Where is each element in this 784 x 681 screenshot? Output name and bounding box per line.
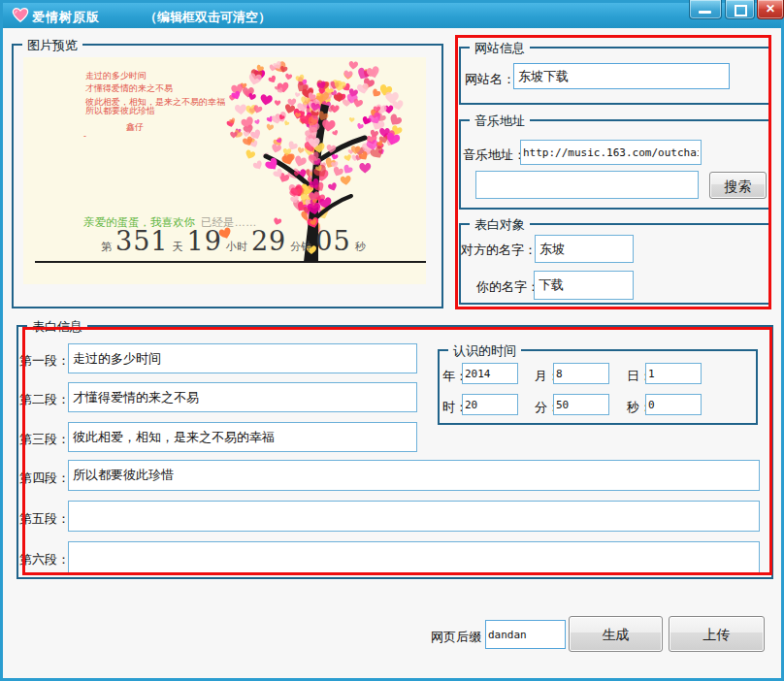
paragraph-4-label: 第四段： [19, 470, 70, 487]
paragraph-5-input[interactable] [68, 501, 760, 532]
paragraph-6-input[interactable] [68, 541, 760, 573]
image-preview-group-label: 图片预览 [22, 37, 82, 54]
paragraph-3-label: 第三段： [19, 431, 70, 448]
year-input[interactable] [462, 363, 518, 384]
site-name-input[interactable] [513, 63, 730, 89]
preview-poem-line-4: 所以都要彼此珍惜 [85, 106, 155, 115]
other-name-input[interactable] [535, 235, 634, 263]
counter-seconds: 05 [315, 226, 350, 256]
paragraph-2-label: 第二段： [19, 391, 70, 408]
counter-days-unit: 天 [173, 241, 183, 252]
minute-input[interactable] [553, 394, 609, 415]
counter-minutes: 29 [251, 226, 286, 256]
window-title: 爱情树原版 [32, 9, 100, 26]
paragraph-5-label: 第五段： [19, 510, 70, 528]
close-button[interactable]: ✕ [757, 0, 784, 19]
paragraph-3-input[interactable] [68, 422, 417, 452]
preview-poem-line-1: 走过的多少时间 [85, 71, 147, 81]
paragraph-4-input[interactable] [68, 460, 760, 491]
title-bar: 爱情树原版 （编辑框双击可清空） ✕ [3, 3, 781, 28]
minimize-button[interactable] [689, 0, 722, 19]
paragraph-1-label: 第一段： [19, 352, 70, 370]
image-preview-group: 图片预览 走过的多少时间 才懂得爱情的来之不易 彼此相爱，相知，是来之不易的幸福… [12, 44, 443, 308]
paragraph-1-input[interactable] [68, 343, 417, 373]
meet-time-group-label: 认识的时间 [448, 342, 521, 360]
second-input[interactable] [645, 394, 702, 415]
preview-counter: 第351天19小时29分钟05秒 [97, 226, 370, 256]
paragraph-2-input[interactable] [68, 382, 417, 412]
site-info-group-label: 网站信息 [470, 40, 530, 57]
minimize-icon [699, 11, 711, 14]
search-button[interactable]: 搜索 [709, 172, 767, 199]
music-group-label: 音乐地址 [470, 113, 530, 130]
music-addr-input[interactable] [520, 140, 702, 165]
other-name-label: 对方的名字： [461, 242, 537, 259]
counter-prefix: 第 [101, 241, 112, 252]
target-group-label: 表白对象 [470, 216, 530, 234]
maximize-icon [735, 5, 747, 16]
hour-input[interactable] [462, 394, 518, 415]
preview-signature: 鑫仔 [126, 121, 144, 134]
window-subtitle: （编辑框双击可清空） [145, 9, 271, 26]
counter-minutes-unit: 分钟 [290, 241, 311, 252]
site-name-label: 网站名： [465, 71, 515, 88]
counter-hours: 19 [187, 226, 222, 256]
music-search-input[interactable] [475, 171, 699, 199]
counter-days: 351 [115, 226, 169, 256]
heart-icon [12, 7, 29, 24]
preview-poem-line-2: 才懂得爱情的来之不易 [85, 83, 173, 93]
self-name-input[interactable] [534, 271, 634, 300]
maximize-button[interactable] [725, 0, 755, 19]
day-input[interactable] [645, 363, 702, 384]
preview-dash: - [83, 131, 86, 141]
upload-button[interactable]: 上传 [669, 616, 765, 652]
counter-hours-unit: 小时 [226, 241, 247, 252]
preview-image: 走过的多少时间 才懂得爱情的来之不易 彼此相爱，相知，是来之不易的幸福 所以都要… [23, 57, 426, 284]
paragraph-6-label: 第六段： [19, 551, 70, 568]
counter-seconds-unit: 秒 [355, 241, 366, 252]
self-name-label: 你的名字： [476, 278, 539, 296]
page-suffix-input[interactable] [485, 620, 566, 649]
message-group-label: 表白信息 [27, 318, 87, 336]
music-addr-label: 音乐地址： [463, 146, 526, 164]
close-icon: ✕ [758, 2, 783, 16]
month-input[interactable] [553, 363, 609, 384]
app-window: 爱情树原版 （编辑框双击可清空） ✕ 图片预览 走过的多少时间 才懂得爱情的来之… [0, 0, 784, 681]
generate-button[interactable]: 生成 [569, 616, 663, 652]
